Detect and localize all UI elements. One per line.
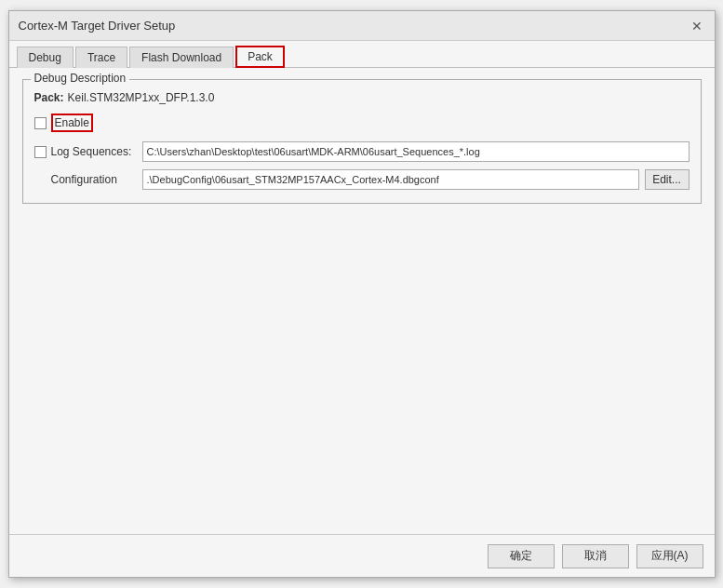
close-button[interactable]: ✕ bbox=[689, 18, 705, 34]
configuration-input[interactable] bbox=[142, 169, 639, 190]
pack-value: Keil.STM32MP1xx_DFP.1.3.0 bbox=[68, 91, 215, 104]
edit-button[interactable]: Edit... bbox=[645, 169, 690, 190]
enable-label: Enable bbox=[51, 114, 93, 132]
tabs-bar: Debug Trace Flash Download Pack bbox=[9, 41, 715, 68]
log-sequences-label: Log Sequences: bbox=[51, 145, 132, 158]
cancel-button[interactable]: 取消 bbox=[562, 544, 629, 568]
log-sequences-input[interactable] bbox=[142, 141, 690, 162]
tab-flash-download[interactable]: Flash Download bbox=[129, 47, 234, 68]
enable-checkbox[interactable] bbox=[34, 117, 47, 129]
title-bar: Cortex-M Target Driver Setup ✕ bbox=[9, 11, 715, 41]
tab-debug[interactable]: Debug bbox=[17, 47, 74, 68]
window-title: Cortex-M Target Driver Setup bbox=[19, 19, 176, 33]
group-legend: Debug Description bbox=[31, 72, 130, 85]
tab-flash-download-label: Flash Download bbox=[141, 51, 221, 64]
bottom-bar: 确定 取消 应用(A) bbox=[9, 534, 715, 577]
tab-debug-label: Debug bbox=[29, 51, 61, 64]
pack-label: Pack: bbox=[34, 91, 64, 104]
tab-trace-label: Trace bbox=[87, 51, 115, 64]
pack-row: Pack: Keil.STM32MP1xx_DFP.1.3.0 bbox=[34, 91, 690, 104]
main-window: Cortex-M Target Driver Setup ✕ Debug Tra… bbox=[8, 10, 716, 578]
tab-pack[interactable]: Pack bbox=[235, 46, 285, 68]
enable-row: Enable bbox=[34, 114, 690, 132]
tab-pack-label: Pack bbox=[248, 50, 273, 63]
configuration-row: Configuration Edit... bbox=[34, 169, 690, 190]
ok-button[interactable]: 确定 bbox=[488, 544, 555, 568]
tab-trace[interactable]: Trace bbox=[75, 47, 127, 68]
content-area: Debug Description Pack: Keil.STM32MP1xx_… bbox=[9, 68, 715, 534]
debug-description-group: Debug Description Pack: Keil.STM32MP1xx_… bbox=[22, 79, 702, 204]
log-sequences-row: Log Sequences: bbox=[34, 141, 690, 162]
configuration-label: Configuration bbox=[34, 173, 137, 186]
log-sequences-checkbox[interactable] bbox=[34, 146, 47, 158]
apply-button[interactable]: 应用(A) bbox=[636, 544, 703, 568]
log-sequences-checkbox-area: Log Sequences: bbox=[34, 145, 137, 158]
